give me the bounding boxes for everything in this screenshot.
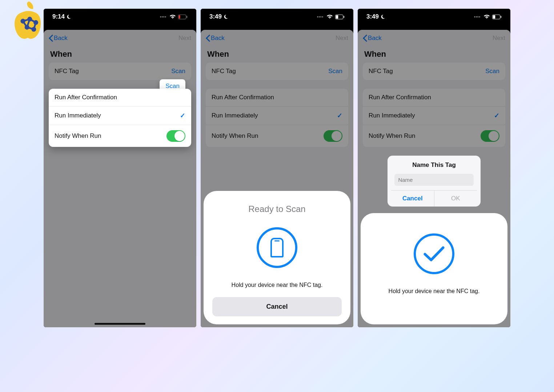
run-options-group: Run After Confirmation Run Immediately ✓… <box>206 89 348 147</box>
nav-bar: Back Next <box>201 30 353 47</box>
option-run-immediately[interactable]: Run Immediately ✓ <box>49 107 191 125</box>
nfc-scan-sheet: Ready to Scan Hold your device near the … <box>204 191 350 324</box>
checkmark-icon: ✓ <box>180 112 185 120</box>
checkmark-icon: ✓ <box>494 112 499 120</box>
svg-rect-7 <box>186 16 187 18</box>
nfc-tag-label: NFC Tag <box>369 68 393 75</box>
wifi-icon <box>169 14 176 19</box>
svg-rect-13 <box>501 16 501 18</box>
back-button[interactable]: Back <box>363 35 382 42</box>
alert-ok-button[interactable]: OK <box>434 191 477 207</box>
phone-outline-icon <box>270 238 284 257</box>
alert-title: Name This Tag <box>391 161 477 169</box>
run-options-group: Run After Confirmation Run Immediately ✓… <box>363 89 505 147</box>
alert-cancel-button[interactable]: Cancel <box>391 191 434 207</box>
next-button[interactable]: Next <box>336 35 348 42</box>
wifi-icon <box>326 14 333 19</box>
back-button[interactable]: Back <box>206 35 225 42</box>
nav-bar: Back Next <box>358 30 510 47</box>
nfc-tag-row-group: NFC Tag Scan <box>363 63 505 80</box>
status-time: 9:14 <box>52 13 65 20</box>
do-not-disturb-icon <box>223 14 228 19</box>
checkmark-icon: ✓ <box>337 112 342 120</box>
tag-name-input[interactable] <box>394 174 473 186</box>
cellular-dots-icon: •••• <box>474 15 481 19</box>
screenshot-1: 9:14 •••• Back Next When NFC Tag Scan <box>44 9 196 327</box>
screenshot-3: 3:49 •••• Back Next When NFC Tag Scan <box>358 9 510 327</box>
status-time: 3:49 <box>209 13 222 20</box>
do-not-disturb-icon <box>380 14 385 19</box>
do-not-disturb-icon <box>66 14 71 19</box>
option-run-after-confirmation[interactable]: Run After Confirmation <box>206 89 348 107</box>
notify-toggle[interactable] <box>324 130 342 142</box>
status-bar: 3:49 •••• <box>201 9 353 25</box>
sheet-message: Hold your device near the NFC tag. <box>232 282 323 288</box>
option-run-after-confirmation[interactable]: Run After Confirmation <box>363 89 505 107</box>
nfc-tag-label: NFC Tag <box>212 68 236 75</box>
next-button[interactable]: Next <box>493 35 505 42</box>
wifi-icon <box>483 14 490 19</box>
svg-rect-12 <box>493 15 495 18</box>
name-tag-alert: Name This Tag Cancel OK <box>388 156 481 207</box>
sheet-cancel-button[interactable]: Cancel <box>212 297 342 316</box>
nfc-tag-row: NFC Tag Scan <box>206 63 348 80</box>
sheet-title: Ready to Scan <box>248 204 305 214</box>
scan-button[interactable]: Scan <box>485 68 499 75</box>
run-options-group: Run After Confirmation Run Immediately ✓… <box>49 89 191 147</box>
sheet-message: Hold your device near the NFC tag. <box>389 288 480 295</box>
chevron-left-icon <box>363 35 367 42</box>
scan-button[interactable]: Scan <box>328 68 342 75</box>
nfc-tag-row-group: NFC Tag Scan <box>206 63 348 80</box>
notify-toggle[interactable] <box>166 130 185 142</box>
status-bar: 9:14 •••• <box>44 9 196 25</box>
battery-icon <box>335 15 345 19</box>
nfc-scan-success-sheet: Hold your device near the NFC tag. <box>361 213 507 324</box>
cellular-dots-icon: •••• <box>160 15 166 19</box>
option-run-immediately[interactable]: Run Immediately ✓ <box>363 107 505 125</box>
status-bar: 3:49 •••• <box>358 9 510 25</box>
notify-toggle[interactable] <box>481 130 499 142</box>
option-run-immediately[interactable]: Run Immediately ✓ <box>206 107 348 125</box>
checkmark-large-icon <box>423 245 445 263</box>
home-indicator[interactable] <box>95 323 145 325</box>
nfc-scan-circle-icon <box>257 227 297 268</box>
option-notify-when-run: Notify When Run <box>206 125 348 147</box>
section-header-when: When <box>201 47 353 63</box>
section-header-when: When <box>358 47 510 63</box>
option-notify-when-run: Notify When Run <box>49 125 191 147</box>
option-notify-when-run: Notify When Run <box>363 125 505 147</box>
svg-rect-10 <box>344 16 344 18</box>
success-circle-icon <box>414 233 454 274</box>
svg-rect-6 <box>179 15 180 18</box>
svg-rect-9 <box>336 15 338 18</box>
battery-icon <box>492 15 502 19</box>
option-run-after-confirmation[interactable]: Run After Confirmation <box>49 89 191 107</box>
screenshot-2: 3:49 •••• Back Next When NFC Tag Scan <box>201 9 353 327</box>
cellular-dots-icon: •••• <box>317 15 324 19</box>
status-time: 3:49 <box>366 13 379 20</box>
battery-low-icon <box>178 15 188 19</box>
nfc-tag-row: NFC Tag Scan <box>363 63 505 80</box>
chevron-left-icon <box>206 35 210 42</box>
brand-logo-icon <box>11 1 46 42</box>
